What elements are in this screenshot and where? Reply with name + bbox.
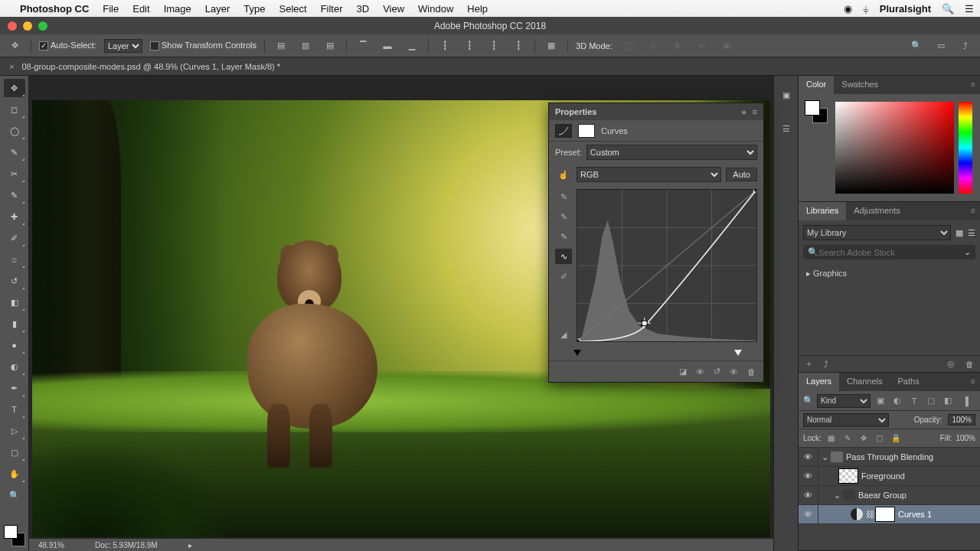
tab-channels[interactable]: Channels <box>839 373 890 391</box>
layer-row-foreground[interactable]: 👁 Foreground <box>799 467 980 486</box>
zoom-tool[interactable]: 🔍 <box>4 486 25 504</box>
white-point-slider[interactable] <box>734 350 742 356</box>
clip-histogram-icon[interactable]: ◢ <box>555 327 572 342</box>
library-search[interactable]: 🔍 ⌄ <box>803 245 975 259</box>
lib-upload-icon[interactable]: ⤴ <box>824 360 828 369</box>
window-close-button[interactable] <box>8 21 17 31</box>
hand-tool[interactable]: ✋ <box>4 465 25 483</box>
path-select-tool[interactable]: ▷ <box>4 422 25 440</box>
type-tool[interactable]: T <box>4 400 25 419</box>
fill-value[interactable]: 100% <box>956 434 975 442</box>
filter-pixel-icon[interactable]: ▣ <box>874 394 887 408</box>
auto-button[interactable]: Auto <box>726 168 757 181</box>
search-dropdown-icon[interactable]: ⌄ <box>964 247 971 257</box>
menu-file[interactable]: File <box>103 3 119 15</box>
spotlight-icon[interactable]: 🔍 <box>942 3 954 15</box>
auto-align-icon[interactable]: ▦ <box>543 37 560 54</box>
tab-layers[interactable]: Layers <box>799 373 839 391</box>
group-caret-icon[interactable]: ⌄ <box>822 452 831 462</box>
doc-size-readout[interactable]: Doc: 5.93M/18.9M <box>95 541 158 549</box>
preview-previous-icon[interactable]: 👁 <box>696 367 704 377</box>
layer-row-bear-group[interactable]: 👁 ⌄ Baear Group <box>799 486 980 505</box>
black-point-slider[interactable] <box>573 350 581 356</box>
menu-layer[interactable]: Layer <box>205 3 230 15</box>
library-select[interactable]: My Library <box>803 225 951 240</box>
tab-paths[interactable]: Paths <box>890 373 927 391</box>
crop-tool[interactable]: ✂ <box>4 165 25 183</box>
wifi-icon[interactable]: ⏚ <box>863 3 869 15</box>
healing-tool[interactable]: ✚ <box>4 207 25 226</box>
status-caret-icon[interactable]: ▸ <box>188 541 192 549</box>
layer-name[interactable]: Curves 1 <box>898 510 932 519</box>
visibility-toggle[interactable]: 👁 <box>799 448 818 466</box>
tab-adjustments[interactable]: Adjustments <box>846 202 908 220</box>
lib-add-icon[interactable]: ＋ <box>805 358 813 370</box>
hue-slider[interactable] <box>959 102 972 194</box>
distribute-h4-icon[interactable]: ┇ <box>510 37 527 54</box>
visibility-toggle[interactable]: 👁 <box>799 486 818 504</box>
lib-sync-icon[interactable]: ◎ <box>947 359 955 369</box>
opacity-value[interactable]: 100% <box>948 414 975 425</box>
align-top-icon[interactable]: ▔ <box>354 37 371 54</box>
panel-collapse-icon[interactable]: » <box>741 107 746 116</box>
window-minimize-button[interactable] <box>23 21 32 31</box>
lock-position-icon[interactable]: ✎ <box>841 432 854 445</box>
toggle-visibility-icon[interactable]: 👁 <box>730 367 738 377</box>
gray-sampler-icon[interactable]: ✎ <box>555 209 572 224</box>
menu-help[interactable]: Help <box>467 3 488 15</box>
filter-shape-icon[interactable]: ▢ <box>924 394 938 408</box>
brush-tool[interactable]: ✐ <box>4 229 25 247</box>
layer-row-curves1[interactable]: 👁 ⛓ Curves 1 <box>799 505 980 524</box>
cc-cloud-icon[interactable]: ◉ <box>844 3 852 15</box>
lock-move-icon[interactable]: ✥ <box>858 432 870 445</box>
menu-3d[interactable]: 3D <box>357 3 370 15</box>
lib-grid-view-icon[interactable]: ▦ <box>956 228 963 238</box>
properties-panel-icon[interactable]: ☰ <box>778 120 795 137</box>
align-left-icon[interactable]: ▤ <box>273 37 289 54</box>
distribute-h3-icon[interactable]: ┇ <box>485 37 502 54</box>
layers-panel-menu-icon[interactable]: ≡ <box>966 373 980 391</box>
white-sampler-icon[interactable]: ✎ <box>555 229 572 244</box>
filter-adjust-icon[interactable]: ◐ <box>890 394 904 408</box>
delete-adjustment-icon[interactable]: 🗑 <box>747 367 756 377</box>
channel-select[interactable]: RGB <box>577 167 721 182</box>
visibility-toggle[interactable]: 👁 <box>799 505 818 523</box>
filter-search-icon[interactable]: 🔍 <box>803 396 814 406</box>
shape-tool[interactable]: ▢ <box>4 443 25 461</box>
mask-type-icon[interactable] <box>578 124 595 138</box>
color-fgbg-swatch[interactable] <box>805 100 828 123</box>
color-panel-menu-icon[interactable]: ≡ <box>966 76 980 94</box>
marquee-tool[interactable]: ◻ <box>4 100 25 119</box>
visibility-toggle[interactable]: 👁 <box>799 467 818 485</box>
quick-select-tool[interactable]: ✎ <box>4 143 25 161</box>
eyedropper-tool[interactable]: ✎ <box>4 186 25 204</box>
foreground-background-swatch[interactable] <box>4 525 25 546</box>
layer-row-group-blending[interactable]: 👁 ⌄ Pass Through Blending <box>799 448 980 467</box>
document-tab[interactable]: 08-group-composite-modes.psd @ 48.9% (Cu… <box>21 62 280 71</box>
menu-edit[interactable]: Edit <box>132 3 149 15</box>
auto-select-target[interactable]: Layer <box>104 39 142 53</box>
library-search-input[interactable] <box>818 248 964 257</box>
mask-link-icon[interactable]: ⛓ <box>866 510 875 519</box>
distribute-h1-icon[interactable]: ┇ <box>436 37 453 54</box>
history-brush-tool[interactable]: ↺ <box>4 272 25 290</box>
menu-select[interactable]: Select <box>279 3 306 15</box>
dodge-tool[interactable]: ◐ <box>4 357 25 376</box>
curve-pencil-tool-icon[interactable]: ✐ <box>555 269 572 284</box>
layer-name[interactable]: Baear Group <box>858 491 906 500</box>
gradient-tool[interactable]: ▮ <box>4 315 25 333</box>
layer-name[interactable]: Pass Through Blending <box>846 452 933 461</box>
history-panel-icon[interactable]: ▣ <box>778 86 795 103</box>
lib-list-view-icon[interactable]: ☰ <box>968 228 975 238</box>
eraser-tool[interactable]: ◧ <box>4 293 25 311</box>
app-name[interactable]: Photoshop CC <box>20 3 89 15</box>
menubar-user[interactable]: Pluralsight <box>880 3 931 15</box>
menu-filter[interactable]: Filter <box>321 3 343 15</box>
zoom-readout[interactable]: 48.91% <box>38 541 64 549</box>
filter-smart-icon[interactable]: ◧ <box>941 394 955 408</box>
move-tool[interactable]: ✥ <box>4 79 25 97</box>
align-vcenter-icon[interactable]: ▬ <box>379 37 396 54</box>
blend-mode-select[interactable]: Normal <box>803 413 889 427</box>
filter-toggle-icon[interactable]: ▌ <box>962 394 975 408</box>
align-bottom-icon[interactable]: ▁ <box>403 37 420 54</box>
